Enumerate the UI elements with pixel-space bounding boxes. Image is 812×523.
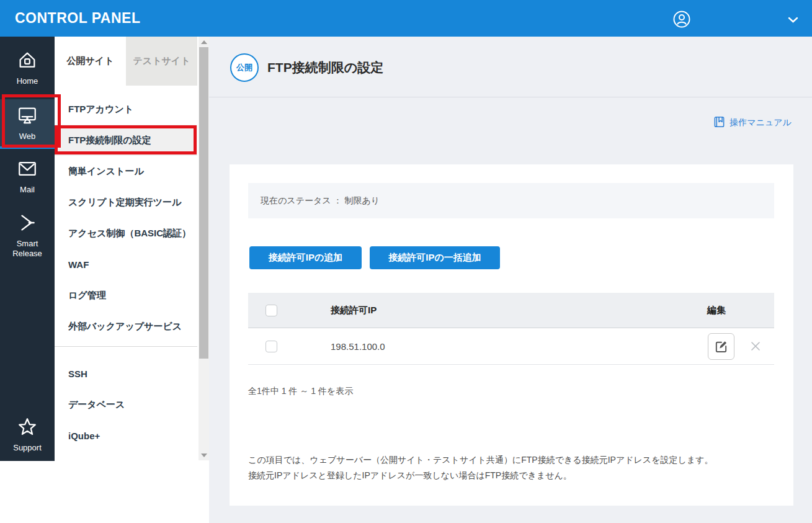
sidebar-item-smart-release[interactable]: Smart Release (0, 212, 55, 258)
scroll-up-icon[interactable] (199, 37, 209, 47)
row-checkbox[interactable] (265, 341, 277, 352)
table-header-row: 接続許可IP 編集 (248, 293, 774, 328)
allowed-ip-value: 198.51.100.0 (331, 341, 385, 352)
edit-button[interactable] (708, 333, 734, 360)
select-all-checkbox[interactable] (265, 305, 277, 316)
sidebar-item-support[interactable]: Support (0, 416, 55, 453)
sidebar-item-web[interactable]: Web (0, 99, 55, 149)
submenu-item-external-backup[interactable]: 外部バックアップサービス (55, 311, 197, 342)
submenu-item-ssh[interactable]: SSH (55, 358, 197, 389)
sidebar-item-label: Home (17, 76, 38, 86)
submenu-scrollbar[interactable] (199, 37, 209, 460)
sidebar-item-mail[interactable]: Mail (0, 158, 55, 195)
top-header: CONTROL PANEL (0, 0, 812, 37)
submenu-item-ftp-restriction[interactable]: FTP接続制限の設定 (55, 125, 197, 156)
submenu-item-waf[interactable]: WAF (55, 249, 197, 280)
submenu-item-access-control[interactable]: アクセス制御（BASIC認証） (55, 218, 197, 249)
mail-icon (17, 158, 38, 182)
scrollbar-thumb[interactable] (199, 47, 208, 359)
main-content: 公開 FTP接続制限の設定 操作マニュアル 現在のステータス ： 制限あり 接続… (209, 37, 812, 523)
status-text: 現在のステータス ： 制限あり (261, 195, 380, 207)
icon-sidebar: Home Web Mail Smart Rel (0, 37, 55, 461)
add-allowed-ip-button[interactable]: 接続許可IPの追加 (249, 246, 362, 269)
bulk-add-allowed-ip-button[interactable]: 接続許可IPの一括追加 (370, 246, 500, 269)
chevron-down-icon[interactable] (788, 15, 798, 22)
web-icon (17, 105, 38, 128)
sidebar-item-label: Mail (20, 185, 35, 195)
page-title: FTP接続制限の設定 (267, 59, 383, 76)
submenu-item-log-management[interactable]: ログ管理 (55, 280, 197, 311)
submenu-item-script-scheduler[interactable]: スクリプト定期実行ツール (55, 187, 197, 218)
sidebar-item-label: Web (19, 132, 36, 141)
sidebar-item-label: Support (13, 443, 42, 453)
table-row: 198.51.100.0 (248, 328, 774, 365)
action-buttons: 接続許可IPの追加 接続許可IPの一括追加 (249, 246, 500, 269)
manual-link-label: 操作マニュアル (729, 117, 792, 128)
sidebar-item-label: Smart Release (9, 239, 46, 258)
submenu-item-database[interactable]: データベース (55, 389, 197, 420)
scroll-down-icon[interactable] (199, 450, 209, 460)
status-bar: 現在のステータス ： 制限あり (248, 183, 774, 218)
column-header-edit: 編集 (707, 305, 726, 316)
tab-test-site[interactable]: テストサイト (126, 37, 197, 86)
submenu-divider (55, 346, 197, 347)
home-icon (17, 50, 38, 73)
description-text: この項目では、ウェブサーバー（公開サイト・テストサイト共通）にFTP接続できる接… (248, 452, 713, 483)
description-line-2: 接続元IPアドレスと登録したIPアドレスが一致しない場合はFTP接続できません。 (248, 468, 713, 483)
manual-link[interactable]: 操作マニュアル (713, 116, 792, 130)
edit-pencil-icon (714, 339, 728, 354)
sidebar-item-home[interactable]: Home (0, 50, 55, 86)
result-count-text: 全1件中 1 件 ～ 1 件を表示 (248, 386, 353, 397)
delete-icon[interactable] (749, 340, 762, 352)
smart-release-icon (17, 212, 38, 236)
description-line-1: この項目では、ウェブサーバー（公開サイト・テストサイト共通）にFTP接続できる接… (248, 452, 713, 468)
public-site-badge: 公開 (230, 53, 259, 82)
support-icon (17, 416, 38, 440)
content-card: 現在のステータス ： 制限あり 接続許可IPの追加 接続許可IPの一括追加 接続… (230, 164, 793, 506)
page-header: 公開 FTP接続制限の設定 (209, 37, 812, 97)
user-account-icon[interactable] (673, 11, 690, 28)
submenu-item-ftp-account[interactable]: FTPアカウント (55, 94, 197, 125)
submenu-item-easy-install[interactable]: 簡単インストール (55, 156, 197, 187)
app-title: CONTROL PANEL (15, 10, 140, 27)
tab-public-site[interactable]: 公開サイト (55, 37, 126, 86)
submenu-item-iqube[interactable]: iQube+ (55, 420, 197, 451)
manual-book-icon (713, 116, 725, 130)
column-header-ip: 接続許可IP (331, 305, 377, 316)
allowed-ip-table: 接続許可IP 編集 198.51.100.0 (248, 293, 774, 365)
